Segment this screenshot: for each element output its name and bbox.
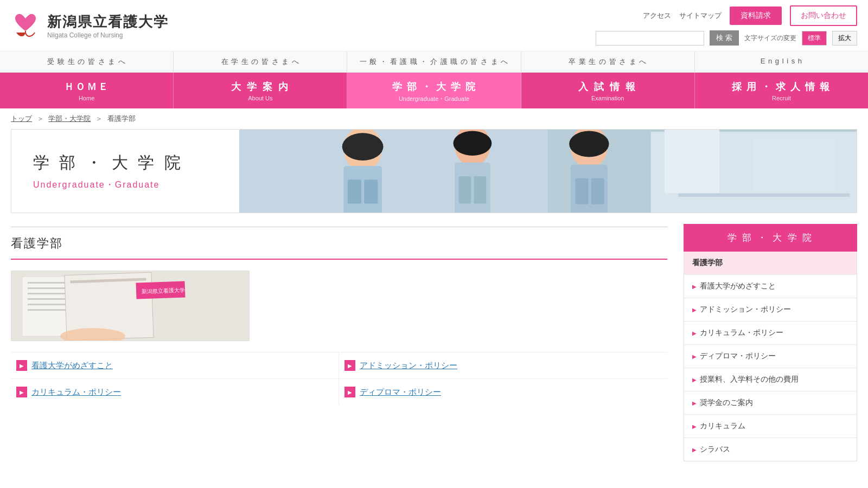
- link-row-3: ▶ ディプロマ・ポリシー: [339, 379, 667, 405]
- link-icon-2: ▶: [16, 387, 27, 397]
- sidebar: 学 部 ・ 大 学 院 看護学部 ▶看護大学がめざすこと ▶アドミッション・ポリ…: [684, 224, 857, 461]
- logo-jp: 新潟県立看護大学: [47, 12, 169, 31]
- logo-area: 新潟県立看護大学 Niigata College of Nursing: [11, 12, 169, 39]
- audience-nav-item-1[interactable]: 在 学 生 の 皆 さ ま へ: [174, 52, 347, 72]
- search-button[interactable]: 検 索: [710, 30, 739, 46]
- access-link[interactable]: アクセス: [643, 11, 671, 21]
- link-row-1: ▶ アドミッション・ポリシー: [339, 352, 667, 379]
- header-right: アクセス サイトマップ 資料請求 お問い合わせ 検 索 文字サイズの変更 標準 …: [596, 5, 857, 46]
- section-title: 看護学部: [11, 233, 667, 254]
- svg-point-9: [454, 131, 492, 156]
- svg-point-14: [569, 131, 609, 157]
- sidebar-item-6[interactable]: ▶奨学金のご案内: [684, 391, 857, 415]
- header-top-row: アクセス サイトマップ 資料請求 お問い合わせ: [643, 5, 857, 26]
- svg-rect-10: [459, 176, 471, 204]
- breadcrumb-undergrad[interactable]: 学部・大学院: [48, 114, 91, 123]
- svg-rect-5: [348, 179, 361, 203]
- sidebar-item-1[interactable]: ▶看護大学がめざすこと: [684, 275, 857, 298]
- svg-rect-19: [754, 138, 836, 193]
- sidebar-item-2[interactable]: ▶アドミッション・ポリシー: [684, 298, 857, 322]
- sidebar-title: 学 部 ・ 大 学 院: [684, 224, 857, 252]
- svg-rect-16: [591, 178, 604, 204]
- svg-rect-11: [474, 176, 486, 204]
- breadcrumb-sep-1: ＞: [37, 114, 44, 123]
- nav-item-undergraduate[interactable]: 学 部 ・ 大 学 院 Undergraduate・Graduate: [347, 73, 521, 108]
- hero-en: Undergraduate・Graduate: [33, 179, 218, 191]
- sidebar-item-5[interactable]: ▶授業料、入学料その他の費用: [684, 368, 857, 391]
- nav-home-jp: ＨＯＭＥ: [0, 80, 173, 93]
- svg-rect-20: [678, 194, 850, 197]
- fontsize-standard-button[interactable]: 標準: [802, 31, 827, 46]
- breadcrumb-top[interactable]: トップ: [11, 114, 32, 123]
- sitemap-link[interactable]: サイトマップ: [679, 11, 722, 21]
- fontsize-large-button[interactable]: 拡大: [832, 31, 857, 46]
- sidebar-item-0[interactable]: 看護学部: [684, 252, 857, 275]
- content-image: 新潟県立看護大学: [11, 271, 250, 341]
- hero-image: [239, 130, 857, 213]
- link-text-3[interactable]: ディプロマ・ポリシー: [360, 387, 441, 397]
- svg-rect-15: [576, 178, 589, 204]
- search-fontsize-row: 検 索 文字サイズの変更 標準 拡大: [596, 30, 857, 46]
- svg-rect-1: [239, 130, 548, 213]
- sidebar-items: 看護学部 ▶看護大学がめざすこと ▶アドミッション・ポリシー ▶カリキュラム・ポ…: [684, 252, 857, 461]
- sidebar-item-7[interactable]: ▶カリキュラム: [684, 415, 857, 438]
- brochure-button[interactable]: 資料請求: [730, 7, 782, 25]
- audience-nav-item-4[interactable]: E n g l i s h: [695, 52, 868, 72]
- sidebar-item-8[interactable]: ▶シラバス: [684, 438, 857, 461]
- search-input[interactable]: [596, 31, 704, 46]
- pink-divider: [11, 259, 667, 260]
- header: 新潟県立看護大学 Niigata College of Nursing アクセス…: [0, 0, 868, 52]
- nav-about-jp: 大 学 案 内: [174, 80, 347, 93]
- hero-text-area: 学 部 ・ 大 学 院 Undergraduate・Graduate: [11, 130, 239, 213]
- nav-recruit-jp: 採 用 ・ 求 人 情 報: [695, 80, 868, 93]
- nav-undergrad-en: Undergraduate・Graduate: [347, 95, 520, 103]
- nav-item-recruit[interactable]: 採 用 ・ 求 人 情 報 Recruit: [695, 73, 868, 108]
- svg-rect-6: [364, 179, 378, 203]
- nav-undergrad-jp: 学 部 ・ 大 学 院: [347, 80, 520, 93]
- svg-point-4: [342, 133, 384, 160]
- fontsize-label: 文字サイズの変更: [744, 34, 796, 43]
- top-divider: [11, 227, 667, 227]
- nav-item-home[interactable]: ＨＯＭＥ Home: [0, 73, 174, 108]
- nav-item-exam[interactable]: 入 試 情 報 Examination: [521, 73, 695, 108]
- logo-en: Niigata College of Nursing: [47, 31, 169, 39]
- main-content: 看護学部 新潟県立看護大学: [11, 224, 684, 461]
- contact-button[interactable]: お問い合わせ: [790, 5, 857, 26]
- audience-nav-item-0[interactable]: 受 験 生 の 皆 さ ま へ: [0, 52, 174, 72]
- link-icon-1: ▶: [344, 360, 355, 371]
- main-nav: ＨＯＭＥ Home 大 学 案 内 About Us 学 部 ・ 大 学 院 U…: [0, 73, 868, 108]
- svg-rect-18: [665, 130, 719, 194]
- breadcrumb-current: 看護学部: [107, 114, 136, 123]
- logo-icon: [11, 12, 41, 39]
- breadcrumb-sep-2: ＞: [95, 114, 103, 123]
- hero-jp: 学 部 ・ 大 学 院: [33, 152, 218, 174]
- nav-about-en: About Us: [174, 95, 347, 101]
- audience-nav-item-2[interactable]: 一 般 ・ 看 護 職 ・ 介 護 職 の 皆 さ ま へ: [347, 52, 521, 72]
- link-text-0[interactable]: 看護大学がめざすこと: [31, 361, 113, 371]
- link-text-1[interactable]: アドミッション・ポリシー: [360, 361, 457, 371]
- nav-home-en: Home: [0, 95, 173, 101]
- audience-nav-item-3[interactable]: 卒 業 生 の 皆 さ ま へ: [521, 52, 695, 72]
- link-text-2[interactable]: カリキュラム・ポリシー: [31, 387, 121, 397]
- hero-banner: 学 部 ・ 大 学 院 Undergraduate・Graduate: [11, 129, 857, 213]
- link-icon-0: ▶: [16, 360, 27, 371]
- nav-exam-jp: 入 試 情 報: [521, 80, 694, 93]
- sidebar-item-4[interactable]: ▶ディプロマ・ポリシー: [684, 345, 857, 368]
- nav-item-about[interactable]: 大 学 案 内 About Us: [174, 73, 347, 108]
- link-row-0: ▶ 看護大学がめざすこと: [11, 352, 339, 379]
- breadcrumb: トップ ＞ 学部・大学院 ＞ 看護学部: [0, 108, 868, 129]
- logo-text-area: 新潟県立看護大学 Niigata College of Nursing: [47, 12, 169, 39]
- sidebar-item-3[interactable]: ▶カリキュラム・ポリシー: [684, 322, 857, 345]
- nav-exam-en: Examination: [521, 95, 694, 101]
- link-icon-3: ▶: [344, 387, 355, 397]
- audience-nav: 受 験 生 の 皆 さ ま へ 在 学 生 の 皆 さ ま へ 一 般 ・ 看 …: [0, 52, 868, 73]
- nav-recruit-en: Recruit: [695, 95, 868, 101]
- links-grid: ▶ 看護大学がめざすこと ▶ アドミッション・ポリシー ▶ カリキュラム・ポリシ…: [11, 352, 667, 405]
- link-row-2: ▶ カリキュラム・ポリシー: [11, 379, 339, 405]
- content-wrapper: 看護学部 新潟県立看護大学: [0, 224, 868, 478]
